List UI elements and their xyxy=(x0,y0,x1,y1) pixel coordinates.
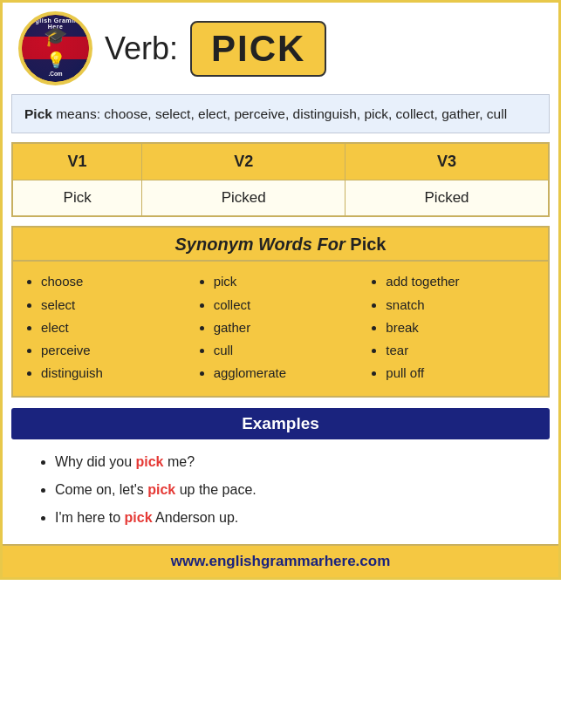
example-3-after: Anderson up. xyxy=(153,510,239,525)
list-item: tear xyxy=(386,339,536,362)
example-item-3: I'm here to pick Anderson up. xyxy=(55,504,532,532)
list-item: pick xyxy=(214,270,364,293)
list-item: snatch xyxy=(386,294,536,316)
cell-v3: Picked xyxy=(345,180,549,216)
table-row: Pick Picked Picked xyxy=(13,180,549,216)
logo-hat-icon: 🎓 xyxy=(44,25,67,48)
synonyms-section: Synonym Words For Pick choose select ele… xyxy=(11,226,550,397)
example-2-before: Come on, let's xyxy=(55,482,147,497)
means-text: means: choose, select, elect, perceive, … xyxy=(52,106,507,121)
examples-header: Examples xyxy=(11,408,550,439)
verb-word: PICK xyxy=(211,28,305,69)
list-item: cull xyxy=(214,339,364,362)
list-item: perceive xyxy=(41,339,191,362)
verb-table-wrap: V1 V2 V3 Pick Picked Picked xyxy=(11,142,550,217)
examples-body: Why did you pick me? Come on, let's pick… xyxy=(3,439,558,544)
footer-url: www.englishgrammarhere.com xyxy=(171,553,391,569)
list-item: elect xyxy=(41,316,191,339)
list-item: agglomerate xyxy=(214,362,364,384)
example-1-after: me? xyxy=(164,454,195,469)
synonyms-col-2: pick collect gather cull agglomerate xyxy=(195,270,367,384)
verb-word-box: PICK xyxy=(190,21,326,77)
means-section: Pick means: choose, select, elect, perce… xyxy=(11,94,550,133)
footer: www.englishgrammarhere.com xyxy=(3,544,558,577)
col-header-v2: V2 xyxy=(142,144,345,180)
example-1-before: Why did you xyxy=(55,454,135,469)
list-item: pull off xyxy=(386,362,536,384)
example-3-highlight: pick xyxy=(125,510,153,525)
example-item-1: Why did you pick me? xyxy=(55,448,532,476)
synonyms-col-1: choose select elect perceive distinguish xyxy=(22,270,195,384)
logo-bulb-icon: 💡 xyxy=(46,51,65,70)
example-2-highlight: pick xyxy=(147,482,175,497)
list-item: break xyxy=(386,316,536,339)
examples-title: Examples xyxy=(242,414,319,432)
logo-text-bottom: .Com xyxy=(22,71,89,77)
synonyms-title-start: Synonym Words For xyxy=(175,235,351,254)
list-item: collect xyxy=(214,294,364,316)
verb-table: V1 V2 V3 Pick Picked Picked xyxy=(12,143,549,216)
header: English Grammar Here 🎓 💡 .Com Verb: PICK xyxy=(3,3,558,94)
means-bold: Pick xyxy=(24,106,52,121)
cell-v2: Picked xyxy=(142,180,345,216)
cell-v1: Pick xyxy=(13,180,142,216)
example-2-after: up the pace. xyxy=(175,482,257,497)
synonyms-title-word: Pick xyxy=(350,235,386,254)
example-1-highlight: pick xyxy=(135,454,163,469)
col-header-v3: V3 xyxy=(345,144,549,180)
col-header-v1: V1 xyxy=(13,144,142,180)
logo: English Grammar Here 🎓 💡 .Com xyxy=(18,11,92,85)
example-3-before: I'm here to xyxy=(55,510,125,525)
synonyms-col-3: add together snatch break tear pull off xyxy=(366,270,539,384)
list-item: distinguish xyxy=(41,362,191,384)
list-item: select xyxy=(41,294,191,316)
synonyms-body: choose select elect perceive distinguish… xyxy=(13,262,548,395)
synonyms-title: Synonym Words For Pick xyxy=(13,228,548,262)
verb-label: Verb: xyxy=(105,31,178,67)
header-title: Verb: PICK xyxy=(105,21,543,77)
example-item-2: Come on, let's pick up the pace. xyxy=(55,476,532,504)
list-item: add together xyxy=(386,270,536,293)
list-item: gather xyxy=(214,316,364,339)
list-item: choose xyxy=(41,270,191,293)
